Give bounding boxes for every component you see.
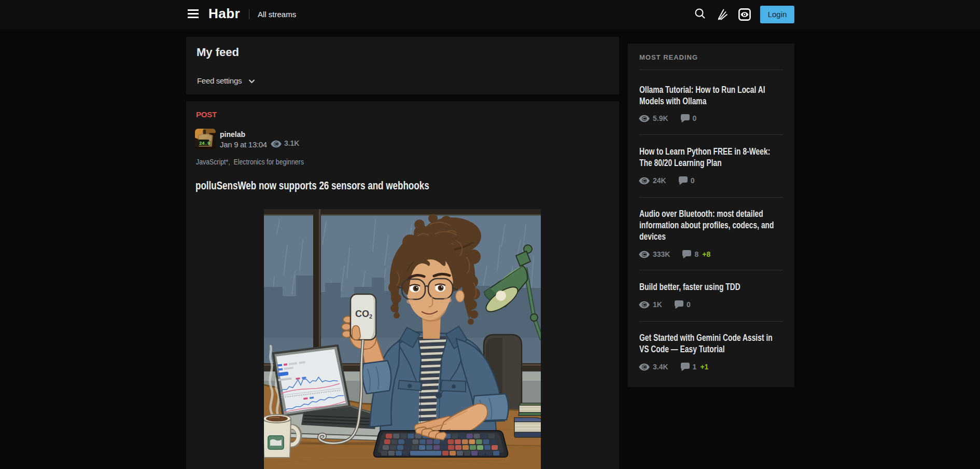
svg-text:24.9: 24.9 bbox=[199, 141, 210, 146]
